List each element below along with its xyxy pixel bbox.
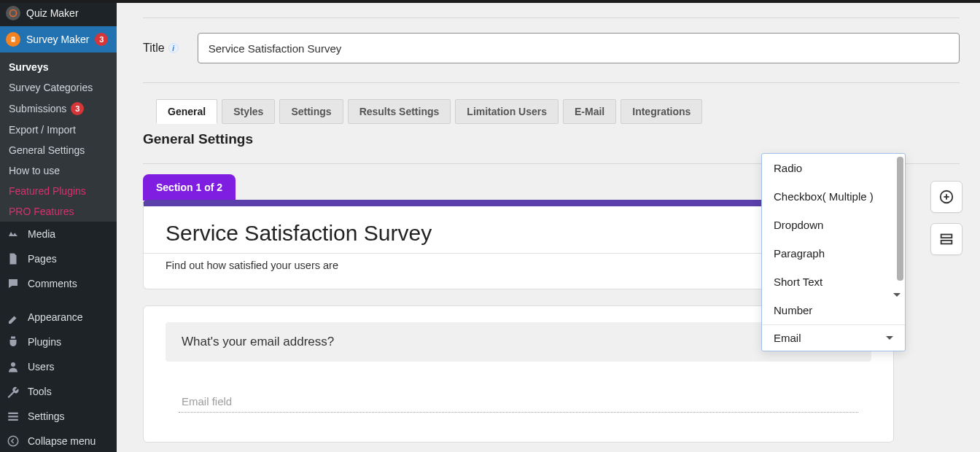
quiz-maker-label: Quiz Maker <box>26 7 79 19</box>
sidebar-item-plugins[interactable]: Plugins <box>0 330 117 354</box>
sidebar-item-featured-plugins[interactable]: Featured Plugins <box>0 181 117 201</box>
chevron-down-icon <box>893 293 901 297</box>
svg-rect-5 <box>8 413 18 414</box>
dropdown-options-list: Radio Checkbox( Multiple ) Dropdown Para… <box>762 154 905 324</box>
dropdown-scrollbar[interactable] <box>897 157 903 281</box>
sidebar-item-media[interactable]: Media <box>0 222 117 246</box>
sidebar-item-settings[interactable]: Settings <box>0 404 117 429</box>
section-tab[interactable]: Section 1 of 2 <box>143 174 236 200</box>
submissions-badge: 3 <box>71 102 84 115</box>
chevron-down-icon <box>886 336 893 340</box>
main-content: Title i General Styles Settings Results … <box>117 3 980 452</box>
survey-maker-badge: 3 <box>95 33 108 46</box>
dropdown-selected-label: Email <box>774 332 801 344</box>
sidebar-item-users[interactable]: Users <box>0 354 117 379</box>
sidebar-item-comments[interactable]: Comments <box>0 271 117 296</box>
pages-icon <box>6 252 20 266</box>
title-label: Title i <box>143 42 179 55</box>
title-row: Title i <box>143 33 960 63</box>
tabs: General Styles Settings Results Settings… <box>156 99 960 124</box>
svg-rect-3 <box>12 39 15 40</box>
svg-rect-15 <box>941 235 952 238</box>
tab-general[interactable]: General <box>156 99 217 124</box>
svg-point-4 <box>11 362 15 367</box>
tab-settings[interactable]: Settings <box>279 99 343 124</box>
survey-maker-icon <box>6 32 20 47</box>
sidebar-item-survey-categories[interactable]: Survey Categories <box>0 77 117 98</box>
sidebar-item-how-to-use[interactable]: How to use <box>0 160 117 181</box>
divider <box>143 17 960 18</box>
divider <box>143 82 960 83</box>
settings-icon <box>6 409 20 424</box>
svg-point-0 <box>10 10 17 17</box>
admin-sidebar: Quiz Maker Survey Maker 3 Surveys Survey… <box>0 0 117 452</box>
svg-rect-6 <box>8 416 18 417</box>
tab-results-settings[interactable]: Results Settings <box>348 99 451 124</box>
sidebar-item-survey-maker[interactable]: Survey Maker 3 <box>0 26 117 52</box>
email-answer-field: Email field <box>179 391 858 413</box>
svg-rect-7 <box>8 419 18 421</box>
collapse-icon <box>6 434 20 448</box>
option-checkbox[interactable]: Checkbox( Multiple ) <box>762 182 905 211</box>
option-short-text[interactable]: Short Text <box>762 268 905 296</box>
sidebar-item-pages[interactable]: Pages <box>0 246 117 271</box>
plugins-icon <box>6 335 20 349</box>
survey-maker-submenu: Surveys Survey Categories Submissions3 E… <box>0 52 117 222</box>
appearance-icon <box>6 310 20 324</box>
quiz-maker-icon <box>6 6 20 20</box>
survey-title-input[interactable] <box>198 33 960 63</box>
media-icon <box>6 227 20 241</box>
tab-integrations[interactable]: Integrations <box>621 99 702 124</box>
option-radio[interactable]: Radio <box>762 154 905 182</box>
tab-styles[interactable]: Styles <box>222 99 275 124</box>
svg-rect-2 <box>12 38 15 39</box>
sidebar-item-general-settings[interactable]: General Settings <box>0 140 117 160</box>
tab-email[interactable]: E-Mail <box>563 99 616 124</box>
add-question-button[interactable] <box>930 181 962 213</box>
svg-rect-16 <box>941 241 952 244</box>
question-toolbar <box>930 181 962 255</box>
tab-limitation-users[interactable]: Limitation Users <box>455 99 559 124</box>
tools-icon <box>6 384 20 399</box>
sidebar-item-export-import[interactable]: Export / Import <box>0 120 117 140</box>
svg-point-8 <box>8 436 18 446</box>
comments-icon <box>6 276 20 291</box>
sidebar-item-quiz-maker[interactable]: Quiz Maker <box>0 0 117 26</box>
sidebar-item-collapse[interactable]: Collapse menu <box>0 429 117 452</box>
dropdown-selected[interactable]: Email <box>762 324 905 351</box>
admin-top-strip <box>0 0 980 3</box>
sidebar-item-surveys[interactable]: Surveys <box>0 57 117 77</box>
add-section-button[interactable] <box>930 223 962 255</box>
option-paragraph[interactable]: Paragraph <box>762 239 905 268</box>
sidebar-item-tools[interactable]: Tools <box>0 379 117 404</box>
general-settings-heading: General Settings <box>143 131 960 147</box>
users-icon <box>6 359 20 374</box>
question-type-dropdown[interactable]: Radio Checkbox( Multiple ) Dropdown Para… <box>761 153 906 351</box>
option-number[interactable]: Number <box>762 296 905 324</box>
sidebar-item-submissions[interactable]: Submissions3 <box>0 98 117 120</box>
survey-maker-label: Survey Maker <box>26 34 89 45</box>
question-text[interactable]: What's your email address? <box>182 335 855 349</box>
sidebar-item-appearance[interactable]: Appearance <box>0 305 117 330</box>
info-icon[interactable]: i <box>168 43 179 53</box>
option-dropdown[interactable]: Dropdown <box>762 211 905 239</box>
sidebar-item-pro-features[interactable]: PRO Features <box>0 201 117 222</box>
